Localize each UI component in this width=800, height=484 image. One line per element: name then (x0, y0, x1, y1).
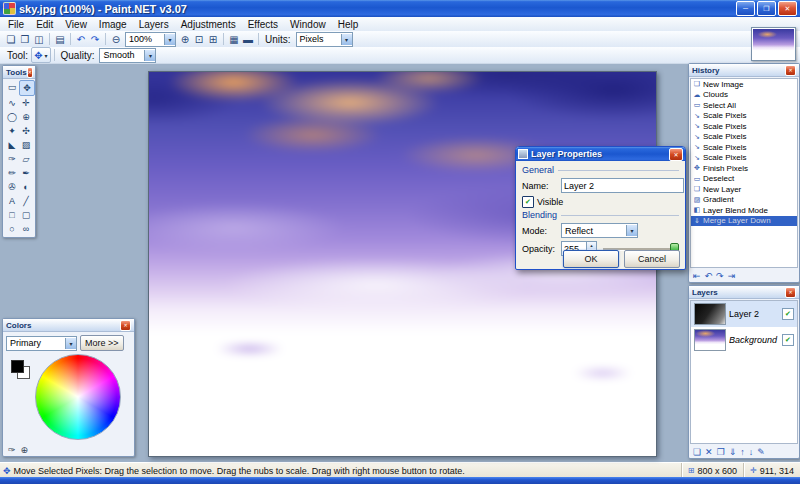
fast-forward-icon[interactable]: ⇥ (728, 271, 736, 281)
tool-magic-wand[interactable]: ✦ (5, 124, 19, 138)
windows-taskbar[interactable] (0, 477, 800, 484)
blend-mode-select[interactable]: Reflect ▾ (561, 223, 638, 238)
history-item[interactable]: ✥Finish Pixels (691, 163, 797, 174)
tool-lasso-select[interactable]: ∿ (5, 96, 19, 110)
history-item[interactable]: ◧Layer Blend Mode (691, 205, 797, 216)
merge-down-icon[interactable]: ⇓ (729, 447, 737, 457)
actual-size-icon[interactable]: ⊞ (206, 32, 220, 46)
tool-recolor[interactable]: ◐ (19, 180, 33, 194)
layers-palette-titlebar[interactable]: Layers ✕ (689, 286, 799, 299)
tool-ellipse[interactable]: ○ (5, 222, 19, 236)
open-image-thumbnail[interactable] (751, 27, 796, 61)
layer-name-input[interactable] (561, 178, 684, 193)
tool-eraser[interactable]: ▱ (19, 152, 33, 166)
save-icon[interactable]: ◫ (32, 32, 46, 46)
colors-palette-titlebar[interactable]: Colors ✕ (3, 319, 134, 332)
add-color-icon[interactable]: ⊕ (21, 445, 29, 455)
layer-row-background[interactable]: Background ✔ (691, 327, 797, 353)
history-item[interactable]: ↘Scale Pixels (691, 111, 797, 122)
history-item[interactable]: ▨Gradient (691, 195, 797, 206)
quality-select[interactable]: Smooth ▾ (99, 48, 156, 63)
history-palette-titlebar[interactable]: History ✕ (689, 64, 799, 77)
history-item[interactable]: ❏New Layer (691, 184, 797, 195)
title-bar[interactable]: sky.jpg (100%) - Paint.NET v3.07 ─ ❐ ✕ (0, 0, 800, 17)
new-file-icon[interactable]: ❏ (4, 32, 18, 46)
close-icon[interactable]: ✕ (785, 287, 796, 298)
zoom-in-icon[interactable]: ⊕ (178, 32, 192, 46)
cancel-button[interactable]: Cancel (624, 250, 680, 268)
history-item[interactable]: ↘Scale Pixels (691, 153, 797, 164)
history-item[interactable]: ↘Scale Pixels (691, 142, 797, 153)
history-item[interactable]: ☁Clouds (691, 90, 797, 101)
layer-visible-checkbox[interactable]: ✔ (782, 308, 794, 320)
menu-effects[interactable]: Effects (242, 19, 284, 30)
maximize-button[interactable]: ❐ (757, 1, 776, 16)
tool-rounded-rectangle[interactable]: ▢ (19, 208, 33, 222)
close-icon[interactable]: ✕ (27, 67, 33, 78)
add-layer-icon[interactable]: ❏ (693, 447, 701, 457)
tool-ellipse-select[interactable]: ◯ (5, 110, 19, 124)
grid-icon[interactable]: ▦ (227, 32, 241, 46)
menu-file[interactable]: File (2, 19, 30, 30)
active-tool-button[interactable]: ✥ ▾ (31, 47, 50, 63)
move-layer-up-icon[interactable]: ↑ (740, 447, 745, 457)
color-wheel[interactable] (35, 354, 121, 440)
tool-zoom[interactable]: ⊕ (19, 110, 33, 124)
visible-checkbox[interactable]: ✔ (522, 196, 534, 208)
menu-image[interactable]: Image (93, 19, 133, 30)
tools-palette-titlebar[interactable]: Tools ✕ (3, 66, 35, 79)
ruler-icon[interactable]: ▬ (241, 32, 255, 46)
close-button[interactable]: ✕ (778, 1, 797, 16)
history-item[interactable]: ▭Deselect (691, 174, 797, 185)
more-button[interactable]: More >> (80, 335, 124, 351)
menu-adjustments[interactable]: Adjustments (175, 19, 242, 30)
layer-properties-icon[interactable]: ✎ (757, 447, 765, 457)
close-icon[interactable]: ✕ (669, 148, 683, 161)
zoom-window-icon[interactable]: ⊡ (192, 32, 206, 46)
layer-visible-checkbox[interactable]: ✔ (782, 334, 794, 346)
undo-icon[interactable]: ↶ (74, 32, 88, 46)
menu-layers[interactable]: Layers (133, 19, 175, 30)
history-item[interactable]: ❏New Image (691, 79, 797, 90)
units-select[interactable]: Pixels ▾ (296, 32, 353, 47)
dialog-titlebar[interactable]: Layer Properties ✕ (516, 147, 685, 161)
history-item[interactable]: ▭Select All (691, 100, 797, 111)
move-layer-down-icon[interactable]: ↓ (749, 447, 754, 457)
tool-clone-stamp[interactable]: ✇ (5, 180, 19, 194)
open-file-icon[interactable]: ❒ (18, 32, 32, 46)
tool-move-selection[interactable]: ✛ (19, 96, 33, 110)
undo-icon[interactable]: ↶ (705, 271, 713, 281)
layer-row-layer2[interactable]: Layer 2 ✔ (691, 301, 797, 327)
color-target-select[interactable]: Primary ▾ (6, 336, 77, 351)
tool-color-picker[interactable]: ✒ (19, 166, 33, 180)
history-item-selected[interactable]: ⇓Merge Layer Down (691, 216, 797, 227)
menu-edit[interactable]: Edit (30, 19, 59, 30)
redo-icon[interactable]: ↷ (716, 271, 724, 281)
tool-paint-bucket[interactable]: ◣ (5, 138, 19, 152)
history-item[interactable]: ↘Scale Pixels (691, 121, 797, 132)
primary-color-swatch[interactable] (11, 360, 24, 373)
tool-gradient[interactable]: ▨ (19, 138, 33, 152)
tool-freeform-shape[interactable]: ∞ (19, 222, 33, 236)
zoom-level-select[interactable]: 100% ▾ (125, 32, 176, 47)
duplicate-layer-icon[interactable]: ❐ (717, 447, 725, 457)
tool-pan[interactable]: ✣ (19, 124, 33, 138)
minimize-button[interactable]: ─ (736, 1, 755, 16)
menu-view[interactable]: View (59, 19, 93, 30)
zoom-out-icon[interactable]: ⊖ (109, 32, 123, 46)
menu-help[interactable]: Help (332, 19, 365, 30)
redo-icon[interactable]: ↷ (88, 32, 102, 46)
tool-text[interactable]: A (5, 194, 19, 208)
close-icon[interactable]: ✕ (120, 320, 131, 331)
tool-line-curve[interactable]: ╱ (19, 194, 33, 208)
tool-rectangle[interactable]: □ (5, 208, 19, 222)
close-icon[interactable]: ✕ (785, 65, 796, 76)
rewind-icon[interactable]: ⇤ (693, 271, 701, 281)
menu-window[interactable]: Window (284, 19, 332, 30)
tool-paintbrush[interactable]: ✑ (5, 152, 19, 166)
tool-pencil[interactable]: ✏ (5, 166, 19, 180)
tool-move-selected-pixels[interactable]: ✥ (19, 80, 35, 96)
delete-layer-icon[interactable]: ✕ (705, 447, 713, 457)
print-icon[interactable]: ▤ (53, 32, 67, 46)
history-item[interactable]: ↘Scale Pixels (691, 132, 797, 143)
